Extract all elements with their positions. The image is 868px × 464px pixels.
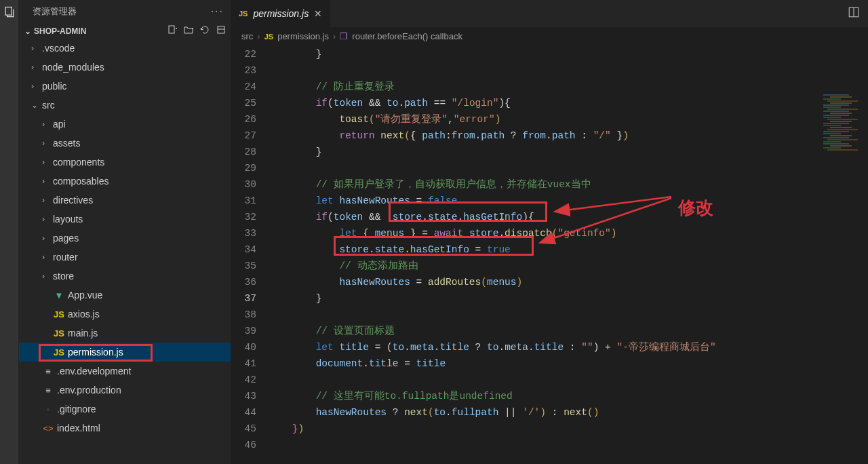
tree-item-label: router (53, 252, 78, 263)
project-header[interactable]: ⌄ SHOP-ADMIN (19, 23, 231, 39)
env-file-icon: ≡ (42, 385, 54, 395)
chevron-right-icon: › (31, 62, 41, 72)
files-icon[interactable] (3, 5, 16, 19)
js-file-icon: JS (239, 9, 248, 18)
tab-permission-js[interactable]: JS permission.js ✕ (231, 0, 331, 27)
line-number: 42 (231, 372, 256, 388)
line-number: 26 (231, 111, 256, 128)
line-number: 23 (231, 62, 256, 79)
code-line[interactable]: }) (269, 421, 716, 437)
folder-item[interactable]: ›composables (19, 172, 231, 191)
line-number: 30 (231, 176, 256, 193)
line-number: 40 (231, 339, 256, 355)
svg-rect-0 (5, 7, 12, 16)
code-line[interactable]: } (269, 144, 716, 160)
code-line[interactable]: let { menus } = await store.dispatch("ge… (269, 225, 716, 241)
chevron-right-icon: › (42, 271, 52, 281)
line-number: 24 (231, 79, 256, 95)
folder-item[interactable]: ›router (19, 248, 231, 267)
folder-item[interactable]: ›.vscode (19, 39, 231, 58)
breadcrumb-part[interactable]: src (241, 31, 253, 41)
line-number: 27 (231, 128, 256, 144)
chevron-down-icon: ⌄ (24, 26, 31, 36)
chevron-right-icon: › (42, 138, 52, 148)
file-item[interactable]: ≡.env.production (19, 381, 231, 400)
code-line[interactable]: document.title = title (269, 355, 716, 372)
close-icon[interactable]: ✕ (314, 8, 322, 19)
folder-item[interactable]: ›node_modules (19, 58, 231, 77)
split-editor-icon[interactable] (848, 6, 860, 21)
code-content[interactable]: } // 防止重复登录 if(token && to.path == "/log… (269, 46, 716, 464)
chevron-right-icon: › (42, 119, 52, 129)
chevron-right-icon: › (333, 31, 336, 41)
file-item[interactable]: JSpermission.js (19, 343, 231, 362)
code-line[interactable]: // 动态添加路由 (269, 258, 716, 274)
file-item[interactable]: ◦.gitignore (19, 400, 231, 419)
tree-item-label: pages (53, 233, 79, 244)
svg-rect-1 (169, 26, 174, 33)
code-line[interactable]: // 设置页面标题 (269, 323, 716, 339)
tree-item-label: .gitignore (57, 404, 96, 414)
more-icon[interactable]: ··· (211, 5, 224, 18)
file-item[interactable]: ≡.env.development (19, 362, 231, 381)
line-number: 36 (231, 274, 256, 290)
new-file-icon[interactable] (167, 24, 178, 37)
folder-item[interactable]: ›directives (19, 191, 231, 210)
code-line[interactable] (269, 372, 716, 388)
code-line[interactable]: } (269, 46, 716, 62)
folder-item[interactable]: ›pages (19, 229, 231, 248)
tree-item-label: .env.production (57, 385, 121, 395)
code-line[interactable]: hasNewRoutes = addRoutes(menus) (269, 274, 716, 290)
folder-item[interactable]: ›store (19, 267, 231, 286)
tree-item-label: assets (53, 138, 80, 149)
code-line[interactable] (269, 160, 716, 176)
tree-item-label: axios.js (68, 309, 100, 320)
code-line[interactable]: if(token && !store.state.hasGetInfo){ (269, 209, 716, 225)
file-item[interactable]: JSaxios.js (19, 305, 231, 324)
new-folder-icon[interactable] (183, 24, 194, 37)
folder-item[interactable]: ›assets (19, 134, 231, 153)
code-editor[interactable]: 2223242526272829303132333435363738394041… (231, 46, 868, 464)
refresh-icon[interactable] (199, 24, 210, 37)
folder-item[interactable]: ›layouts (19, 210, 231, 229)
code-line[interactable]: // 这里有可能to.fullpath是undefined (269, 388, 716, 404)
code-line[interactable]: } (269, 290, 716, 307)
code-line[interactable] (269, 307, 716, 323)
file-item[interactable]: JSmain.js (19, 324, 231, 343)
code-line[interactable]: let title = (to.meta.title ? to.meta.tit… (269, 339, 716, 355)
project-name: SHOP-ADMIN (34, 26, 86, 36)
minimap[interactable] (822, 94, 865, 175)
folder-item[interactable]: ›public (19, 77, 231, 96)
breadcrumb[interactable]: src › JS permission.js › ❒ router.before… (231, 27, 868, 46)
tree-item-label: public (42, 81, 67, 92)
line-number: 31 (231, 193, 256, 209)
code-line[interactable] (269, 437, 716, 453)
tree-item-label: main.js (68, 328, 98, 339)
line-number: 25 (231, 95, 256, 111)
breadcrumb-part[interactable]: permission.js (277, 31, 329, 41)
html-file-icon: <> (42, 423, 54, 433)
editor-pane: JS permission.js ✕ src › JS permission.j… (231, 0, 868, 464)
code-line[interactable] (269, 62, 716, 79)
tree-item-label: index.html (57, 423, 100, 433)
line-number: 38 (231, 307, 256, 323)
tree-item-label: src (42, 100, 55, 111)
folder-item[interactable]: ›api (19, 115, 231, 134)
code-line[interactable]: hasNewRoutes ? next(to.fullpath || '/') … (269, 404, 716, 421)
code-line[interactable]: // 防止重复登录 (269, 79, 716, 95)
file-item[interactable]: ▼App.vue (19, 286, 231, 305)
code-line[interactable]: if(token && to.path == "/login"){ (269, 95, 716, 111)
chevron-right-icon: › (42, 233, 52, 243)
code-line[interactable]: store.state.hasGetInfo = true (269, 241, 716, 258)
collapse-icon[interactable] (216, 24, 226, 37)
file-item[interactable]: <>index.html (19, 419, 231, 438)
js-file-icon: JS (53, 347, 65, 357)
code-line[interactable]: let hasNewRoutes = false (269, 193, 716, 209)
folder-item[interactable]: ⌄src (19, 96, 231, 115)
folder-item[interactable]: ›components (19, 153, 231, 172)
breadcrumb-part[interactable]: router.beforeEach() callback (352, 31, 462, 41)
symbol-method-icon: ❒ (340, 31, 348, 41)
code-line[interactable]: toast("请勿重复登录","error") (269, 111, 716, 128)
code-line[interactable]: // 如果用户登录了，自动获取用户信息，并存储在vuex当中 (269, 176, 716, 193)
code-line[interactable]: return next({ path:from.path ? from.path… (269, 128, 716, 144)
